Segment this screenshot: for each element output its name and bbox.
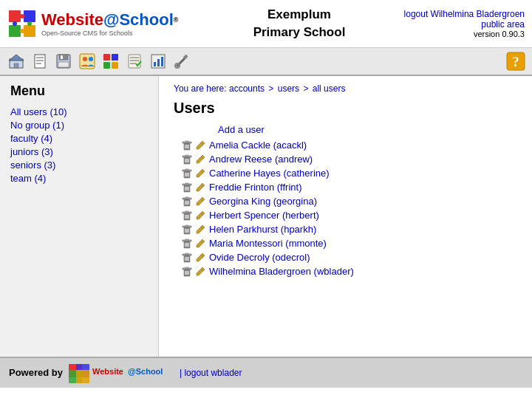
pages-icon[interactable] [30,51,50,72]
user-list: Amelia Cackle (acackl) Andrew Reese (and… [174,140,517,278]
svg-rect-29 [130,63,136,64]
logo-text-block: Website@School® Open-Source CMS for Scho… [41,10,178,37]
svg-rect-3 [24,25,35,37]
page-title: Users [174,100,517,117]
accounts-icon[interactable] [77,51,98,72]
svg-marker-93 [197,225,205,233]
sidebar: Menu All users (10)No group (1)faculty (… [0,76,159,357]
statistics-icon[interactable] [148,51,168,72]
tools-icon[interactable] [171,51,192,72]
svg-rect-105 [185,253,188,255]
svg-rect-24 [103,62,110,69]
sidebar-link-4[interactable]: seniors (3) [10,159,55,171]
svg-rect-32 [157,59,160,66]
home-icon[interactable] [6,51,27,72]
delete-user-icon[interactable] [181,182,193,193]
user-link[interactable]: Herbert Spencer (herbert) [209,210,319,221]
svg-marker-45 [197,141,205,149]
user-link[interactable]: Andrew Reese (andrew) [209,154,313,165]
save-icon[interactable] [53,51,74,72]
help-icon[interactable]: ? [505,51,526,72]
edit-user-icon[interactable] [194,196,206,207]
sidebar-link-1[interactable]: No group (1) [10,120,64,131]
user-list-item: Catherine Hayes (catherine) [174,168,517,179]
delete-user-icon[interactable] [181,210,193,222]
user-actions [181,252,206,264]
svg-marker-61 [197,169,205,177]
sidebar-link-5[interactable]: team (4) [10,173,46,184]
delete-user-icon[interactable] [181,252,193,264]
user-list-item: Georgina King (georgina) [174,196,517,207]
edit-user-icon[interactable] [194,182,206,193]
breadcrumb-users[interactable]: users [278,83,299,94]
svg-marker-109 [197,253,205,261]
svg-rect-22 [103,54,110,61]
menu-label: Menu [10,83,148,99]
user-link[interactable]: Catherine Hayes (catherine) [209,168,330,179]
settings-icon[interactable] [100,51,121,72]
svg-text:Website: Website [92,367,123,376]
edit-user-icon[interactable] [194,238,206,250]
svg-text:@School: @School [128,367,163,376]
user-actions [181,224,206,236]
sidebar-link-2[interactable]: faculty (4) [10,133,52,144]
svg-marker-101 [197,239,205,247]
svg-rect-17 [61,55,63,59]
svg-point-20 [83,57,87,61]
svg-point-4 [20,14,24,18]
user-link[interactable]: Wilhelmina Bladergroen (wblader) [209,266,354,277]
user-area: public area [377,19,525,30]
delete-user-icon[interactable] [181,238,193,250]
logo-at: @ [103,10,119,30]
edit-user-icon[interactable] [194,224,206,236]
delete-user-icon[interactable] [181,168,193,179]
breadcrumb-sep2: > [303,83,308,94]
edit-user-icon[interactable] [194,266,206,278]
footer-logo-image: Website @School [69,363,165,383]
delete-user-icon[interactable] [181,154,193,165]
svg-rect-113 [185,267,188,269]
user-actions [181,168,206,179]
sidebar-link-3[interactable]: juniors (3) [10,146,53,157]
user-link[interactable]: Amelia Cackle (acackl) [209,140,307,151]
delete-user-icon[interactable] [181,224,193,236]
user-link[interactable]: Freddie Frinton (ffrint) [209,182,301,193]
svg-rect-0 [9,10,21,22]
add-user-link[interactable]: Add a user [218,124,265,135]
edit-user-icon[interactable] [194,154,206,165]
checklist-icon[interactable] [124,51,145,72]
powered-by-label: Powered by [9,367,63,378]
svg-rect-65 [185,183,188,185]
svg-rect-89 [185,225,188,227]
edit-user-icon[interactable] [194,252,206,264]
user-link[interactable]: Maria Montessori (mmonte) [209,238,327,249]
user-link[interactable]: Georgina King (georgina) [209,196,317,207]
user-actions [181,210,206,222]
svg-point-21 [89,57,93,61]
delete-user-icon[interactable] [181,266,193,278]
user-list-item: Amelia Cackle (acackl) [174,140,517,151]
svg-rect-27 [130,57,139,58]
footer: Powered by Website @School | logout wbla… [0,357,532,388]
user-link[interactable]: Helen Parkhurst (hparkh) [209,224,316,235]
user-list-item: Maria Montessori (mmonte) [174,238,517,250]
user-actions [181,140,206,151]
svg-rect-18 [58,62,69,67]
logo-website: Website [41,10,103,30]
svg-marker-85 [197,211,205,219]
edit-user-icon[interactable] [194,140,206,151]
logout-link[interactable]: logout Wilhelmina Bladergroen [404,9,525,19]
svg-marker-53 [197,155,205,163]
user-link[interactable]: Ovide Decroly (odecrol) [209,252,310,263]
breadcrumb-accounts[interactable]: accounts [229,83,265,94]
edit-user-icon[interactable] [194,210,206,222]
user-list-item: Freddie Frinton (ffrint) [174,182,517,193]
delete-user-icon[interactable] [181,140,193,151]
sidebar-link-0[interactable]: All users (10) [10,106,67,117]
sidebar-item: No group (1) [10,120,148,131]
edit-user-icon[interactable] [194,168,206,179]
delete-user-icon[interactable] [181,196,193,207]
footer-logout-link[interactable]: | logout wblader [180,368,242,378]
user-actions [181,196,206,207]
svg-rect-13 [36,60,44,61]
